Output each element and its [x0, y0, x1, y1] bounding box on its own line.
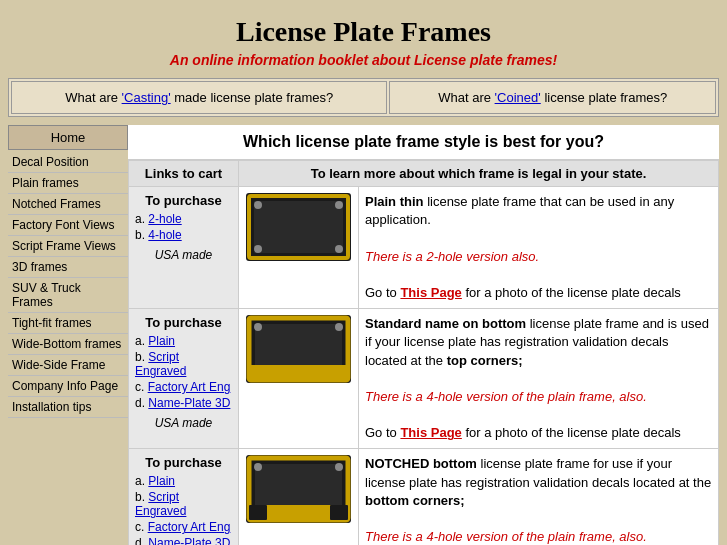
sidebar-item-notched-frames[interactable]: Notched Frames [8, 194, 128, 215]
usa-made-2: USA made [135, 416, 232, 430]
table-row: To purchase a. Plain b. Script Engraved … [129, 309, 719, 449]
list-item: b. Script Engraved [135, 350, 232, 378]
svg-point-5 [254, 245, 262, 253]
list-item: a. Plain [135, 334, 232, 348]
factory-art-link-2[interactable]: Factory Art Eng [148, 380, 231, 394]
desc-bold-2: Standard name on bottom [365, 316, 526, 331]
list-item: a. 2-hole [135, 212, 232, 226]
desc-end-1: for a photo of the license plate decals [462, 285, 681, 300]
desc-cell-2: Standard name on bottom license plate fr… [359, 309, 719, 449]
list-item: d. Name-Plate 3D [135, 536, 232, 545]
to-purchase-label-2: To purchase [135, 315, 232, 330]
desc-red-2: There is a 4-hole version of the plain f… [365, 389, 647, 404]
notched-frame-svg [246, 455, 351, 523]
nameplate-link-3[interactable]: Name-Plate 3D [148, 536, 230, 545]
page-wrapper: License Plate Frames An online informati… [0, 0, 727, 545]
svg-point-4 [335, 201, 343, 209]
this-page-link-1[interactable]: This Page [400, 285, 461, 300]
to-purchase-label-3: To purchase [135, 455, 232, 470]
this-page-link-2[interactable]: This Page [400, 425, 461, 440]
content-area: Which license plate frame style is best … [128, 125, 719, 545]
desc-cell-1: Plain thin license plate frame that can … [359, 187, 719, 309]
purchase-list-3: a. Plain b. Script Engraved c. Factory A… [135, 474, 232, 545]
sidebar-item-factory-font-views[interactable]: Factory Font Views [8, 215, 128, 236]
page-title: License Plate Frames [8, 8, 719, 52]
usa-made-1: USA made [135, 248, 232, 262]
desc-end-2: for a photo of the license plate decals [462, 425, 681, 440]
purchase-col-1: To purchase a. 2-hole b. 4-hole USA made [129, 187, 239, 309]
desc-goto-2: Go to [365, 425, 400, 440]
list-item: d. Name-Plate 3D [135, 396, 232, 410]
main-layout: Home Decal Position Plain frames Notched… [8, 125, 719, 545]
sidebar-item-installation-tips[interactable]: Installation tips [8, 397, 128, 418]
table-header-row: Links to cart To learn more about which … [129, 161, 719, 187]
sidebar-item-wide-side[interactable]: Wide-Side Frame [8, 355, 128, 376]
top-link-casting: What are 'Casting' made license plate fr… [11, 81, 387, 114]
subtitle: An online information booklet about Lice… [8, 52, 719, 78]
plain-link-3[interactable]: Plain [148, 474, 175, 488]
svg-rect-17 [249, 505, 267, 520]
list-item: b. Script Engraved [135, 490, 232, 518]
sidebar-home[interactable]: Home [8, 125, 128, 150]
list-item: a. Plain [135, 474, 232, 488]
script-engraved-link-2[interactable]: Script Engraved [135, 350, 186, 378]
svg-point-11 [254, 323, 262, 331]
svg-rect-2 [254, 201, 343, 253]
list-item: c. Factory Art Eng [135, 380, 232, 394]
desc-red-3: There is a 4-hole version of the plain f… [365, 529, 647, 544]
svg-point-12 [335, 323, 343, 331]
sidebar-item-tight-fit[interactable]: Tight-fit frames [8, 313, 128, 334]
purchase-col-2: To purchase a. Plain b. Script Engraved … [129, 309, 239, 449]
list-item: c. Factory Art Eng [135, 520, 232, 534]
frame-image-cell-1 [239, 187, 359, 309]
sidebar-item-script-frame-views[interactable]: Script Frame Views [8, 236, 128, 257]
frame-image-cell-3 [239, 449, 359, 545]
desc-red-1: There is a 2-hole version also. [365, 249, 539, 264]
4hole-link[interactable]: 4-hole [148, 228, 181, 242]
list-item: b. 4-hole [135, 228, 232, 242]
sidebar-item-plain-frames[interactable]: Plain frames [8, 173, 128, 194]
casting-link[interactable]: 'Casting' [122, 90, 171, 105]
script-engraved-link-3[interactable]: Script Engraved [135, 490, 186, 518]
purchase-col-3: To purchase a. Plain b. Script Engraved … [129, 449, 239, 545]
desc-goto-1: Go to [365, 285, 400, 300]
svg-rect-18 [330, 505, 348, 520]
sidebar-item-suv-truck[interactable]: SUV & Truck Frames [8, 278, 128, 313]
svg-point-6 [335, 245, 343, 253]
to-purchase-label-1: To purchase [135, 193, 232, 208]
top-link-coined: What are 'Coined' license plate frames? [389, 81, 716, 114]
purchase-list-1: a. 2-hole b. 4-hole [135, 212, 232, 242]
table-row: To purchase a. Plain b. Script Engraved … [129, 449, 719, 545]
standard-frame-svg [246, 315, 351, 383]
desc-bold-1: Plain thin [365, 194, 424, 209]
desc-bold2-2: top corners; [447, 353, 523, 368]
svg-rect-10 [249, 365, 348, 380]
sidebar-item-decal-position[interactable]: Decal Position [8, 152, 128, 173]
desc-bold-3: NOTCHED bottom [365, 456, 477, 471]
plain-link-2[interactable]: Plain [148, 334, 175, 348]
svg-point-3 [254, 201, 262, 209]
factory-art-link-3[interactable]: Factory Art Eng [148, 520, 231, 534]
sidebar: Home Decal Position Plain frames Notched… [8, 125, 128, 545]
svg-point-20 [335, 463, 343, 471]
purchase-list-2: a. Plain b. Script Engraved c. Factory A… [135, 334, 232, 410]
top-links-table: What are 'Casting' made license plate fr… [8, 78, 719, 117]
plain-frame-svg [246, 193, 351, 261]
header-legal-info: To learn more about which frame is legal… [239, 161, 719, 187]
frame-image-cell-2 [239, 309, 359, 449]
nameplate-link-2[interactable]: Name-Plate 3D [148, 396, 230, 410]
sidebar-item-3d-frames[interactable]: 3D frames [8, 257, 128, 278]
2hole-link[interactable]: 2-hole [148, 212, 181, 226]
sidebar-item-company-info[interactable]: Company Info Page [8, 376, 128, 397]
sidebar-item-wide-bottom[interactable]: Wide-Bottom frames [8, 334, 128, 355]
desc-bold2-3: bottom corners; [365, 493, 465, 508]
content-heading: Which license plate frame style is best … [128, 125, 719, 160]
main-table: Links to cart To learn more about which … [128, 160, 719, 545]
header-links-to-cart: Links to cart [129, 161, 239, 187]
desc-cell-3: NOTCHED bottom license plate frame for u… [359, 449, 719, 545]
svg-point-19 [254, 463, 262, 471]
table-row: To purchase a. 2-hole b. 4-hole USA made [129, 187, 719, 309]
coined-link[interactable]: 'Coined' [495, 90, 541, 105]
